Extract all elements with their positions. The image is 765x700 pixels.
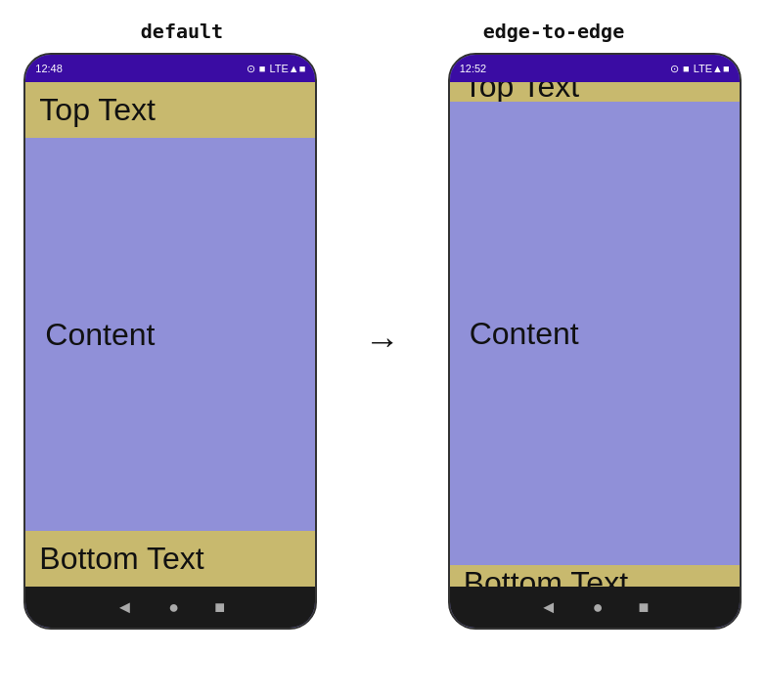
default-lock-icon: ■ bbox=[259, 63, 266, 74]
ete-home-icon: ● bbox=[593, 597, 604, 618]
ete-top-text-cutoff: Top Text bbox=[464, 82, 580, 102]
ete-wifi-icon: ⊙ bbox=[670, 63, 679, 75]
default-content-area: Content bbox=[25, 138, 315, 531]
default-label: default bbox=[141, 20, 223, 43]
default-nav-bar: ◄ ● ■ bbox=[25, 587, 315, 628]
default-phone: 12:48 ⊙ ■ LTE▲■ Top Text Content Bottom … bbox=[23, 53, 317, 630]
default-top-bar: Top Text bbox=[25, 82, 315, 138]
default-bottom-text: Bottom Text bbox=[39, 541, 203, 576]
edge-to-edge-phone: 12:52 ⊙ ■ LTE▲■ Top Text Content Bottom … bbox=[448, 53, 742, 630]
ete-nav-bar: ◄ ● ■ bbox=[450, 587, 740, 628]
arrow-icon: → bbox=[365, 321, 400, 362]
ete-bottom-text-cutoff: Bottom Text bbox=[464, 565, 628, 587]
default-status-bar: 12:48 ⊙ ■ LTE▲■ bbox=[25, 55, 315, 82]
ete-recents-icon: ■ bbox=[639, 597, 650, 618]
default-bottom-bar: Bottom Text bbox=[25, 531, 315, 587]
default-top-text: Top Text bbox=[39, 92, 156, 127]
ete-content-text: Content bbox=[470, 316, 579, 352]
ete-status-bar: 12:52 ⊙ ■ LTE▲■ bbox=[450, 55, 740, 82]
home-icon: ● bbox=[168, 597, 179, 618]
ete-signal: LTE▲■ bbox=[694, 63, 730, 74]
ete-top-bar-cutoff: Top Text bbox=[450, 82, 740, 102]
recents-icon: ■ bbox=[214, 597, 225, 618]
ete-bottom-bar-cutoff: Bottom Text bbox=[450, 565, 740, 587]
default-status-time: 12:48 bbox=[35, 63, 63, 74]
default-signal: LTE▲■ bbox=[269, 63, 305, 74]
default-content-text: Content bbox=[45, 317, 155, 353]
arrow-container: → bbox=[343, 321, 422, 362]
back-icon: ◄ bbox=[116, 597, 134, 618]
edge-to-edge-label: edge-to-edge bbox=[483, 20, 625, 43]
ete-content-area: Content bbox=[450, 102, 740, 565]
ete-status-time: 12:52 bbox=[460, 63, 487, 74]
default-wifi-icon: ⊙ bbox=[247, 63, 255, 75]
ete-back-icon: ◄ bbox=[540, 597, 558, 618]
ete-lock-icon: ■ bbox=[683, 63, 690, 74]
